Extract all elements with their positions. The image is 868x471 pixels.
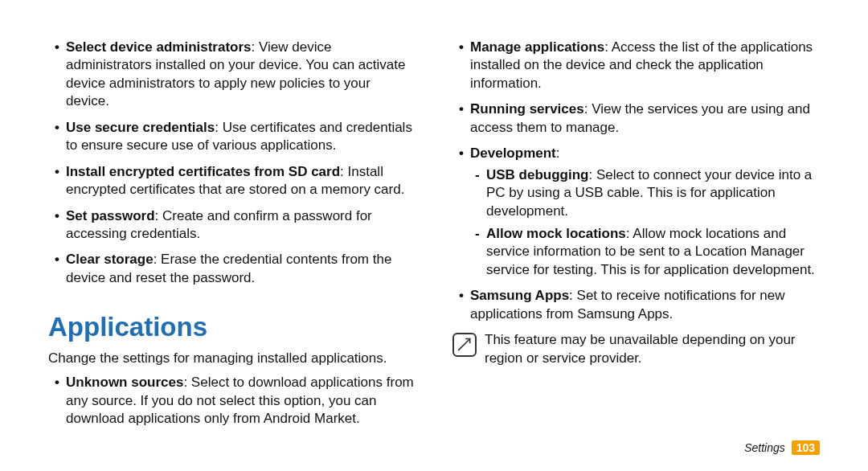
manual-page: Select device administrators: View devic… — [0, 0, 868, 471]
note-row: This feature may be unavailable dependin… — [452, 331, 820, 367]
sub-list: USB debugging: Select to connect your de… — [470, 166, 820, 280]
list-item: Unknown sources: Select to download appl… — [48, 374, 416, 428]
right-column: Manage applications: Access the list of … — [452, 39, 820, 442]
note-text: This feature may be unavailable dependin… — [485, 331, 820, 367]
sub-item: USB debugging: Select to connect your de… — [470, 166, 820, 220]
item-bold: Allow mock locations — [486, 226, 626, 241]
bullet-list: Select device administrators: View devic… — [48, 39, 416, 287]
item-bold: Development — [470, 145, 556, 161]
list-item: Running services: View the services you … — [452, 100, 820, 137]
item-bold: Manage applications — [470, 39, 604, 55]
item-bold: Select device administrators — [66, 39, 252, 55]
section-heading: Applications — [48, 309, 416, 345]
item-bold: Unknown sources — [66, 375, 183, 390]
item-bold: Running services — [470, 101, 584, 117]
list-item: Install encrypted certificates from SD c… — [48, 163, 416, 199]
item-bold: Use secure credentials — [66, 120, 215, 135]
note-icon — [452, 333, 477, 357]
bullet-list: Manage applications: Access the list of … — [452, 39, 820, 323]
item-bold: USB debugging — [486, 167, 588, 182]
left-column: Select device administrators: View devic… — [48, 39, 416, 442]
list-item: Select device administrators: View devic… — [48, 39, 416, 111]
list-item: Development: USB debugging: Select to co… — [452, 145, 820, 279]
list-item: Manage applications: Access the list of … — [452, 39, 820, 92]
item-bold: Clear storage — [66, 252, 154, 267]
list-item: Set password: Create and confirm a passw… — [48, 207, 416, 244]
footer-section: Settings — [744, 441, 785, 454]
page-footer: Settings 103 — [744, 440, 820, 455]
footer-page-number: 103 — [792, 440, 820, 455]
list-item: Samsung Apps: Set to receive notificatio… — [452, 287, 820, 323]
list-item: Clear storage: Erase the credential cont… — [48, 251, 416, 287]
section-intro: Change the settings for managing install… — [48, 350, 416, 367]
item-bold: Install encrypted certificates from SD c… — [66, 164, 340, 179]
list-item: Use secure credentials: Use certificates… — [48, 119, 416, 155]
sub-item: Allow mock locations: Allow mock locatio… — [470, 225, 820, 279]
item-bold: Set password — [66, 208, 155, 223]
item-bold: Samsung Apps — [470, 288, 569, 303]
item-text: : — [556, 145, 560, 161]
bullet-list: Unknown sources: Select to download appl… — [48, 374, 416, 428]
